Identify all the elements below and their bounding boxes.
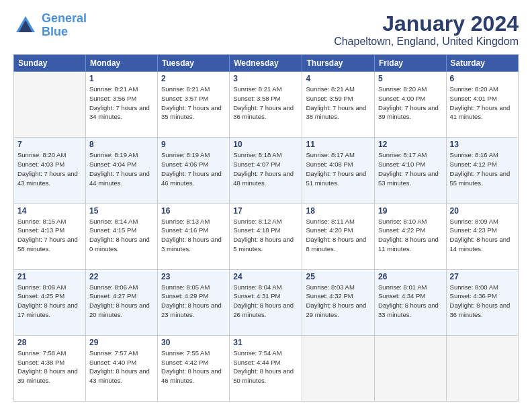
day-number: 28	[17, 338, 82, 347]
day-number: 25	[306, 272, 371, 281]
day-number: 10	[233, 140, 298, 149]
day-number: 5	[378, 74, 443, 83]
day-info: Sunrise: 8:20 AMSunset: 4:03 PMDaylight:…	[17, 150, 82, 187]
day-info: Sunrise: 8:06 AMSunset: 4:27 PMDaylight:…	[89, 283, 154, 320]
week-row-3: 14Sunrise: 8:15 AMSunset: 4:13 PMDayligh…	[14, 203, 519, 269]
day-info: Sunrise: 8:04 AMSunset: 4:31 PMDaylight:…	[233, 283, 298, 320]
day-info: Sunrise: 8:21 AMSunset: 3:57 PMDaylight:…	[161, 85, 226, 122]
day-number: 29	[89, 338, 154, 347]
day-number: 26	[378, 272, 443, 281]
day-info: Sunrise: 8:01 AMSunset: 4:34 PMDaylight:…	[378, 283, 443, 320]
day-cell: 6Sunrise: 8:20 AMSunset: 4:01 PMDaylight…	[446, 72, 518, 138]
day-info: Sunrise: 8:19 AMSunset: 4:04 PMDaylight:…	[89, 150, 154, 187]
day-cell: 2Sunrise: 8:21 AMSunset: 3:57 PMDaylight…	[158, 72, 230, 138]
day-number: 2	[161, 74, 226, 83]
day-info: Sunrise: 8:14 AMSunset: 4:15 PMDaylight:…	[89, 217, 154, 254]
header-saturday: Saturday	[446, 55, 518, 72]
day-number: 8	[89, 140, 154, 149]
day-cell: 17Sunrise: 8:12 AMSunset: 4:18 PMDayligh…	[230, 203, 302, 269]
day-info: Sunrise: 8:17 AMSunset: 4:10 PMDaylight:…	[378, 150, 443, 187]
location-title: Chapeltown, England, United Kingdom	[334, 36, 519, 48]
day-cell: 3Sunrise: 8:21 AMSunset: 3:58 PMDaylight…	[230, 72, 302, 138]
header: General Blue January 2024 Chapeltown, En…	[13, 12, 519, 48]
day-info: Sunrise: 8:20 AMSunset: 4:01 PMDaylight:…	[450, 85, 515, 122]
week-row-1: 1Sunrise: 8:21 AMSunset: 3:56 PMDaylight…	[14, 72, 519, 138]
day-info: Sunrise: 8:00 AMSunset: 4:36 PMDaylight:…	[450, 283, 515, 320]
page: General Blue January 2024 Chapeltown, En…	[0, 0, 532, 411]
day-info: Sunrise: 7:54 AMSunset: 4:44 PMDaylight:…	[233, 349, 298, 385]
day-cell: 16Sunrise: 8:13 AMSunset: 4:16 PMDayligh…	[158, 203, 230, 269]
day-number: 30	[161, 338, 226, 347]
day-cell: 25Sunrise: 8:03 AMSunset: 4:32 PMDayligh…	[302, 269, 375, 335]
title-block: January 2024 Chapeltown, England, United…	[334, 12, 519, 48]
day-info: Sunrise: 7:55 AMSunset: 4:42 PMDaylight:…	[161, 349, 226, 385]
week-row-4: 21Sunrise: 8:08 AMSunset: 4:25 PMDayligh…	[14, 269, 519, 335]
day-cell: 29Sunrise: 7:57 AMSunset: 4:40 PMDayligh…	[85, 335, 157, 401]
day-cell: 1Sunrise: 8:21 AMSunset: 3:56 PMDaylight…	[85, 72, 157, 138]
day-cell: 28Sunrise: 7:58 AMSunset: 4:38 PMDayligh…	[14, 335, 86, 401]
day-number: 6	[450, 74, 515, 83]
day-cell: 24Sunrise: 8:04 AMSunset: 4:31 PMDayligh…	[230, 269, 302, 335]
day-cell: 11Sunrise: 8:17 AMSunset: 4:08 PMDayligh…	[302, 138, 375, 203]
day-number: 24	[233, 272, 298, 281]
day-info: Sunrise: 8:16 AMSunset: 4:12 PMDaylight:…	[450, 150, 515, 187]
day-cell	[14, 72, 86, 138]
month-title: January 2024	[334, 12, 519, 36]
day-number: 17	[233, 206, 298, 216]
day-info: Sunrise: 8:21 AMSunset: 3:59 PMDaylight:…	[306, 85, 371, 122]
day-cell: 26Sunrise: 8:01 AMSunset: 4:34 PMDayligh…	[375, 269, 447, 335]
day-number: 7	[17, 140, 82, 149]
day-cell: 22Sunrise: 8:06 AMSunset: 4:27 PMDayligh…	[85, 269, 157, 335]
header-thursday: Thursday	[302, 55, 375, 72]
day-number: 1	[89, 74, 154, 83]
day-cell: 15Sunrise: 8:14 AMSunset: 4:15 PMDayligh…	[85, 203, 157, 269]
day-cell: 12Sunrise: 8:17 AMSunset: 4:10 PMDayligh…	[375, 138, 447, 203]
day-number: 9	[161, 140, 226, 149]
day-cell: 13Sunrise: 8:16 AMSunset: 4:12 PMDayligh…	[446, 138, 518, 203]
day-cell: 9Sunrise: 8:19 AMSunset: 4:06 PMDaylight…	[158, 138, 230, 203]
day-info: Sunrise: 8:11 AMSunset: 4:20 PMDaylight:…	[306, 217, 371, 254]
day-number: 22	[89, 272, 154, 281]
day-number: 21	[17, 272, 82, 281]
day-number: 15	[89, 206, 154, 216]
day-cell	[302, 335, 375, 401]
day-cell: 4Sunrise: 8:21 AMSunset: 3:59 PMDaylight…	[302, 72, 375, 138]
day-info: Sunrise: 7:58 AMSunset: 4:38 PMDaylight:…	[17, 349, 82, 385]
day-info: Sunrise: 8:20 AMSunset: 4:00 PMDaylight:…	[378, 85, 443, 122]
day-number: 4	[306, 74, 371, 83]
day-cell: 18Sunrise: 8:11 AMSunset: 4:20 PMDayligh…	[302, 203, 375, 269]
day-cell: 21Sunrise: 8:08 AMSunset: 4:25 PMDayligh…	[14, 269, 86, 335]
day-cell: 23Sunrise: 8:05 AMSunset: 4:29 PMDayligh…	[158, 269, 230, 335]
day-info: Sunrise: 8:09 AMSunset: 4:23 PMDaylight:…	[450, 217, 515, 254]
day-cell: 20Sunrise: 8:09 AMSunset: 4:23 PMDayligh…	[446, 203, 518, 269]
day-info: Sunrise: 8:21 AMSunset: 3:56 PMDaylight:…	[89, 85, 154, 122]
day-cell: 8Sunrise: 8:19 AMSunset: 4:04 PMDaylight…	[85, 138, 157, 203]
day-cell	[375, 335, 447, 401]
calendar-table: Sunday Monday Tuesday Wednesday Thursday…	[13, 54, 519, 402]
day-number: 12	[378, 140, 443, 149]
day-cell: 31Sunrise: 7:54 AMSunset: 4:44 PMDayligh…	[230, 335, 302, 401]
week-row-2: 7Sunrise: 8:20 AMSunset: 4:03 PMDaylight…	[14, 138, 519, 203]
day-cell: 30Sunrise: 7:55 AMSunset: 4:42 PMDayligh…	[158, 335, 230, 401]
header-wednesday: Wednesday	[230, 55, 302, 72]
day-cell	[446, 335, 518, 401]
day-info: Sunrise: 7:57 AMSunset: 4:40 PMDaylight:…	[89, 349, 154, 385]
day-number: 31	[233, 338, 298, 347]
day-info: Sunrise: 8:17 AMSunset: 4:08 PMDaylight:…	[306, 150, 371, 187]
day-info: Sunrise: 8:10 AMSunset: 4:22 PMDaylight:…	[378, 217, 443, 254]
day-info: Sunrise: 8:12 AMSunset: 4:18 PMDaylight:…	[233, 217, 298, 254]
day-info: Sunrise: 8:19 AMSunset: 4:06 PMDaylight:…	[161, 150, 226, 187]
day-number: 11	[306, 140, 371, 149]
day-number: 16	[161, 206, 226, 216]
logo-line1: General	[42, 11, 87, 25]
weekday-header-row: Sunday Monday Tuesday Wednesday Thursday…	[14, 55, 519, 72]
day-info: Sunrise: 8:15 AMSunset: 4:13 PMDaylight:…	[17, 217, 82, 254]
day-info: Sunrise: 8:03 AMSunset: 4:32 PMDaylight:…	[306, 283, 371, 320]
header-friday: Friday	[375, 55, 447, 72]
day-info: Sunrise: 8:18 AMSunset: 4:07 PMDaylight:…	[233, 150, 298, 187]
day-cell: 14Sunrise: 8:15 AMSunset: 4:13 PMDayligh…	[14, 203, 86, 269]
day-cell: 5Sunrise: 8:20 AMSunset: 4:00 PMDaylight…	[375, 72, 447, 138]
logo-line2: Blue	[42, 25, 68, 38]
day-number: 27	[450, 272, 515, 281]
day-number: 13	[450, 140, 515, 149]
